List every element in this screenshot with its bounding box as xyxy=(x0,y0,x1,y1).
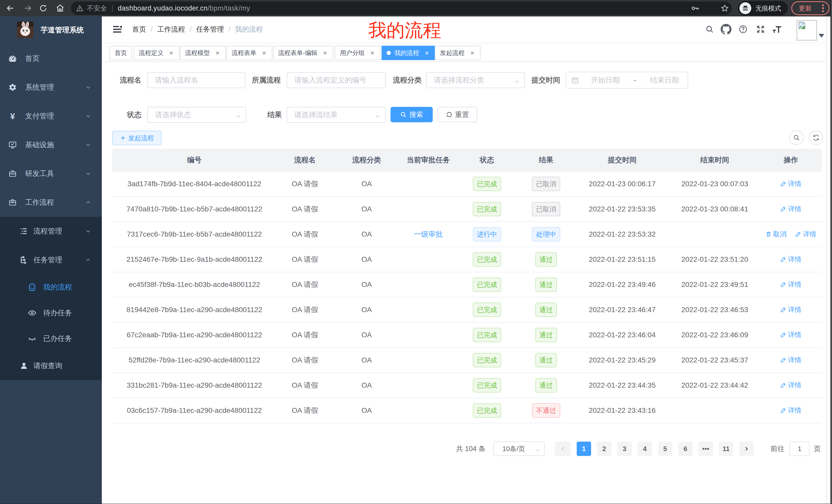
tab-process-definition[interactable]: 流程定义× xyxy=(134,46,179,60)
detail-action-link[interactable]: 详情 xyxy=(780,179,801,188)
header-fullscreen-button[interactable] xyxy=(753,17,768,42)
tab-process-form[interactable]: 流程表单× xyxy=(227,46,272,60)
password-key-icon[interactable] xyxy=(691,4,700,12)
sidebar-collapse-button[interactable] xyxy=(110,23,124,36)
tags-view-bar: 首页 流程定义× 流程模型× 流程表单× 流程表单-编辑× 用户分组× 我的流程… xyxy=(102,43,832,62)
next-page-button[interactable] xyxy=(739,442,754,456)
browser-back-button[interactable] xyxy=(4,0,17,17)
filter-definition-input[interactable]: 请输入流程定义的编号 xyxy=(287,72,386,88)
browser-reload-button[interactable] xyxy=(36,0,50,17)
tab-close-icon[interactable]: × xyxy=(322,50,328,56)
tab-close-icon[interactable]: × xyxy=(369,50,375,56)
page-number-button[interactable]: ••• xyxy=(699,442,713,456)
update-label[interactable]: 更新 xyxy=(799,4,812,12)
filter-name-input[interactable]: 请输入流程名 xyxy=(147,72,245,88)
edit-pen-icon xyxy=(795,231,801,237)
browser-menu-dots-icon[interactable] xyxy=(822,4,824,12)
header-github-button[interactable] xyxy=(718,17,734,42)
detail-action-link[interactable]: 详情 xyxy=(780,280,801,289)
page-number-button[interactable]: 6 xyxy=(678,442,693,456)
sidebar-item-todo-task[interactable]: 待办任务 xyxy=(0,300,102,326)
filter-status-select[interactable]: 请选择状态 xyxy=(147,107,246,123)
table-search-toggle-button[interactable] xyxy=(789,131,804,145)
sidebar-item-task-mgmt[interactable]: 任务管理 xyxy=(0,246,102,274)
sidebar-item-my-process[interactable]: 我的流程 xyxy=(0,274,102,300)
sidebar-item-payment[interactable]: ¥ 支付管理 xyxy=(0,102,102,131)
sidebar-item-devtools[interactable]: 研发工具 xyxy=(0,159,102,188)
tab-close-icon[interactable]: × xyxy=(469,50,475,56)
tab-user-group[interactable]: 用户分组× xyxy=(335,46,381,60)
tab-close-icon[interactable]: × xyxy=(261,50,267,56)
eye-icon xyxy=(28,309,36,317)
sidebar-item-leave-query[interactable]: 请假查询 xyxy=(0,352,102,380)
date-end-placeholder[interactable]: 结束日期 xyxy=(641,75,688,85)
tab-start-process[interactable]: 发起流程× xyxy=(435,46,480,60)
detail-action-link[interactable]: 详情 xyxy=(780,255,801,264)
prev-page-button[interactable] xyxy=(555,442,571,456)
table-refresh-button[interactable] xyxy=(809,131,823,145)
detail-action-link[interactable]: 详情 xyxy=(780,330,801,339)
cancel-action-link[interactable]: 取消 xyxy=(765,230,786,239)
tab-my-process[interactable]: 我的流程× xyxy=(382,46,435,60)
tab-process-model[interactable]: 流程模型× xyxy=(180,46,226,60)
tab-close-icon[interactable]: × xyxy=(214,50,220,56)
page-size-select[interactable]: 10条/页 xyxy=(493,442,545,456)
table-row: 7317cec6-7b9b-11ec-b5b7-acde48001122 OA … xyxy=(112,222,822,247)
sidebar-item-workflow[interactable]: 工作流程 xyxy=(0,188,102,217)
detail-action-link[interactable]: 详情 xyxy=(780,204,801,214)
sidebar: 芋道管理系统 首页 系统管理 ¥ 支付管理 xyxy=(0,17,102,504)
detail-action-link[interactable]: 详情 xyxy=(795,230,816,239)
chevron-down-icon xyxy=(375,113,381,121)
sidebar-item-infra[interactable]: 基础设施 xyxy=(0,131,102,159)
sidebar-item-done-task[interactable]: 已办任务 xyxy=(0,326,102,352)
tab-home[interactable]: 首页 xyxy=(109,46,132,60)
browser-home-button[interactable] xyxy=(53,0,67,17)
breadcrumb-home[interactable]: 首页 xyxy=(132,25,146,34)
page-url[interactable]: dashboard.yudao.iocoder.cn/bpm/task/my xyxy=(118,4,250,12)
page-number-button[interactable]: 3 xyxy=(617,442,632,456)
header-search-button[interactable] xyxy=(702,17,717,42)
detail-action-link[interactable]: 详情 xyxy=(780,381,801,390)
breadcrumb-workflow[interactable]: 工作流程 xyxy=(157,25,185,34)
detail-action-link[interactable]: 详情 xyxy=(780,406,801,415)
bookmark-star-icon[interactable] xyxy=(721,4,729,12)
sidebar-item-process-mgmt[interactable]: 流程管理 xyxy=(0,217,102,246)
goto-page-input[interactable]: 1 xyxy=(789,442,810,456)
search-button[interactable]: 搜索 xyxy=(391,107,433,122)
filter-result-select[interactable]: 请选择流结果 xyxy=(287,107,386,123)
page-scrollbar-track[interactable] xyxy=(826,17,830,504)
page-number-button[interactable]: 5 xyxy=(658,442,672,456)
chevron-up-icon xyxy=(85,200,91,205)
header-fontsize-button[interactable] xyxy=(770,17,784,42)
reset-button[interactable]: 重置 xyxy=(438,107,477,122)
task-link[interactable]: 一级审批 xyxy=(414,230,443,238)
browser-forward-button[interactable] xyxy=(21,0,34,17)
sidebar-item-home[interactable]: 首页 xyxy=(0,44,102,73)
date-start-placeholder[interactable]: 开始日期 xyxy=(582,75,629,85)
page-size-value: 10条/页 xyxy=(502,444,525,453)
cell-submit-time: 2022-01-22 23:46:04 xyxy=(575,323,670,347)
page-number-button[interactable]: 2 xyxy=(597,442,612,456)
tab-process-form-edit[interactable]: 流程表单-编辑× xyxy=(273,46,333,60)
filter-time-range[interactable]: 开始日期 - 结束日期 xyxy=(566,72,688,89)
detail-action-link[interactable]: 详情 xyxy=(780,305,801,314)
page-number-button[interactable]: 11 xyxy=(719,442,733,456)
cell-current-task xyxy=(400,398,457,423)
browser-update-button[interactable]: 更新 xyxy=(791,1,829,15)
user-avatar-dropdown[interactable] xyxy=(797,20,825,40)
cell-result: 通过 xyxy=(517,297,575,323)
cell-id: 03c6c157-7b9a-11ec-a290-acde48001122 xyxy=(112,398,277,423)
address-bar[interactable]: 不安全 dashboard.yudao.iocoder.cn/bpm/task/… xyxy=(71,2,732,15)
tab-close-icon[interactable]: × xyxy=(424,50,430,56)
tab-close-icon[interactable]: × xyxy=(168,50,174,56)
create-process-button[interactable]: 发起流程 xyxy=(112,131,161,145)
detail-action-link[interactable]: 详情 xyxy=(780,356,801,365)
page-number-button[interactable]: 1 xyxy=(577,442,591,456)
security-label[interactable]: 不安全 xyxy=(87,4,107,13)
breadcrumb-task-mgmt[interactable]: 任务管理 xyxy=(196,25,224,34)
page-number-button[interactable]: 4 xyxy=(638,442,652,456)
filter-category-select[interactable]: 请选择流程分类 xyxy=(426,72,525,88)
header-help-button[interactable] xyxy=(736,17,750,42)
status-tag: 已完成 xyxy=(473,177,501,191)
sidebar-item-system[interactable]: 系统管理 xyxy=(0,73,102,102)
